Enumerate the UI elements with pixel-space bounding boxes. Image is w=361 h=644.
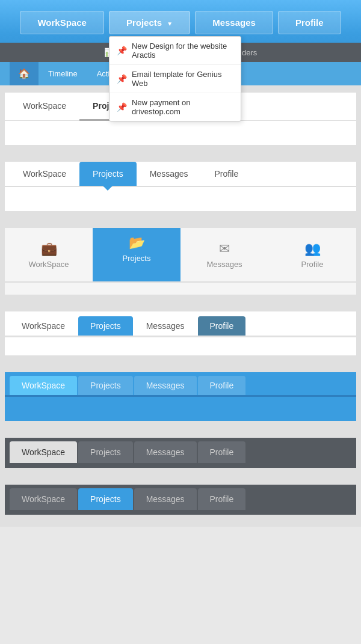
pin-icon-2: 📌 (117, 74, 127, 84)
section6-outer: WorkSpace Projects Messages Profile (0, 365, 361, 431)
tab-icon-workspace[interactable]: 💼 WorkSpace (5, 228, 93, 281)
tabs-pill-bar: WorkSpace Projects Messages Profile (5, 311, 356, 337)
section7-content (5, 463, 356, 468)
section6-content (5, 397, 356, 421)
breadcrumb-home[interactable]: 🏠 (10, 62, 39, 85)
tab-pill2-projects[interactable]: Projects (78, 376, 133, 395)
section4-card: 💼 WorkSpace 📂 Projects ✉ Messages 👥 Prof… (5, 228, 356, 295)
pin-icon-1: 📌 (117, 46, 127, 55)
section6-card: WorkSpace Projects Messages Profile (5, 372, 356, 421)
section4-outer: 💼 WorkSpace 📂 Projects ✉ Messages 👥 Prof… (0, 221, 361, 304)
folder-open-icon: 📂 (129, 235, 145, 251)
top-nav-section: WorkSpace Projects ▼ 📌 New Design for th… (0, 0, 361, 85)
section3-card: WorkSpace Projects Messages Profile (5, 162, 356, 211)
tab-blue-messages[interactable]: Messages (137, 162, 202, 186)
dropdown-item-1[interactable]: 📌 New Design for the website Aractis (110, 37, 241, 65)
tab-pill2-workspace[interactable]: WorkSpace (10, 376, 77, 395)
projects-dropdown-menu: 📌 New Design for the website Aractis 📌 E… (109, 36, 241, 121)
section7-outer: WorkSpace Projects Messages Profile (0, 431, 361, 477)
tab-icon-projects[interactable]: 📂 Projects (93, 228, 180, 281)
section8-content (5, 510, 356, 515)
section5-content (5, 337, 356, 355)
section2-content (5, 121, 356, 145)
tab-pill-workspace[interactable]: WorkSpace (10, 316, 77, 336)
section4-content (5, 283, 356, 295)
section8-card: WorkSpace Projects Messages Profile (5, 485, 356, 515)
dropdown-item-3[interactable]: 📌 New payment on drivestop.com (110, 93, 241, 121)
topnav-messages-btn[interactable]: Messages (195, 11, 273, 34)
tabs-blue-bar: WorkSpace Projects Messages Profile (5, 162, 356, 187)
projects-dropdown-container: Projects ▼ 📌 New Design for the website … (109, 11, 190, 34)
tabs-pill2-bar: WorkSpace Projects Messages Profile (5, 372, 356, 397)
topnav-workspace-btn[interactable]: WorkSpace (20, 11, 103, 34)
tabs-dark-bar: WorkSpace Projects Messages Profile (5, 438, 356, 463)
section5-card: WorkSpace Projects Messages Profile (5, 311, 356, 355)
tabs-icon-bar: 💼 WorkSpace 📂 Projects ✉ Messages 👥 Prof… (5, 228, 356, 283)
envelope-icon: ✉ (219, 241, 230, 257)
tab-dark2-profile[interactable]: Profile (198, 488, 246, 510)
topnav-profile-btn[interactable]: Profile (278, 11, 341, 34)
tab-dark-workspace[interactable]: WorkSpace (10, 441, 77, 463)
section3-outer: WorkSpace Projects Messages Profile (0, 155, 361, 221)
tab-pill2-profile[interactable]: Profile (198, 376, 246, 395)
tab-dark-projects[interactable]: Projects (78, 441, 133, 463)
dropdown-arrow-icon: ▼ (167, 20, 173, 27)
topnav-buttons: WorkSpace Projects ▼ 📌 New Design for th… (0, 11, 361, 34)
tab-blue-profile[interactable]: Profile (202, 162, 252, 186)
tabs-dark2-bar: WorkSpace Projects Messages Profile (5, 485, 356, 510)
tab-pill-projects[interactable]: Projects (78, 316, 133, 336)
section5-outer: WorkSpace Projects Messages Profile (0, 304, 361, 365)
tab-icon-messages[interactable]: ✉ Messages (180, 228, 268, 281)
tab-pill-messages[interactable]: Messages (134, 316, 197, 336)
section7-card: WorkSpace Projects Messages Profile (5, 438, 356, 468)
tab-icon-profile[interactable]: 👥 Profile (268, 228, 356, 281)
section3-content (5, 187, 356, 211)
tab-pill-profile[interactable]: Profile (198, 316, 246, 336)
people-icon: 👥 (304, 241, 321, 257)
tab-dark2-projects[interactable]: Projects (78, 488, 133, 510)
tab-blue-workspace[interactable]: WorkSpace (10, 162, 79, 186)
tab-dark-messages[interactable]: Messages (134, 441, 197, 463)
dropdown-item-2[interactable]: 📌 Email template for Genius Web (110, 65, 241, 93)
section8-outer: WorkSpace Projects Messages Profile (0, 477, 361, 527)
tab-blue-projects[interactable]: Projects (79, 162, 137, 186)
tab-dark2-workspace[interactable]: WorkSpace (10, 488, 77, 510)
topnav-projects-btn[interactable]: Projects ▼ (109, 11, 190, 34)
tab-dark-profile[interactable]: Profile (198, 441, 246, 463)
tab-pill2-messages[interactable]: Messages (134, 376, 197, 395)
tab-flat-workspace[interactable]: WorkSpace (10, 93, 79, 121)
breadcrumb-timeline[interactable]: Timeline (39, 63, 87, 84)
pin-icon-3: 📌 (117, 102, 127, 112)
briefcase-icon: 💼 (41, 241, 57, 257)
tab-dark2-messages[interactable]: Messages (134, 488, 197, 510)
